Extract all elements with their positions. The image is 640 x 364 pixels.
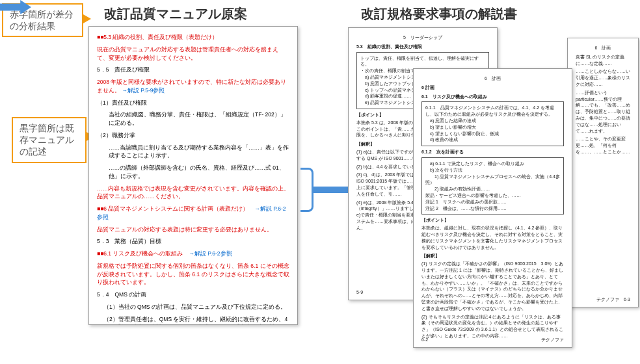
spec-box: a) 6.1.1 で決定したリスク、機会への取り組み b) 次を行う方法 1) … — [421, 157, 564, 214]
section-title: 6.1 リスク及び機会への取組み — [421, 94, 564, 100]
line: 真書 SL のリスクの定義に……な定義…… — [576, 54, 630, 67]
document-revised-manual-draft: ■■5.3 組織の役割、責任及び権限（表題だけ） 現在の品質マニュアルの対応する… — [88, 26, 298, 325]
line: 本箇条は、組織に対し、現在の状況を把握し（4.1、4.2 参照）、取り組むべきリ… — [421, 225, 564, 250]
document-commentary-page3: 6 計画 真書 SL のリスクの定義に……な定義…… ……ことしかならな……い引… — [567, 38, 639, 307]
title-right-commentary: 改訂規格要求事項の解説書 — [361, 5, 517, 23]
page-ref: →解説 P.6-2参照 — [189, 250, 232, 257]
line: 当社の組織図、職務分掌、責任・権限は、「組織規定（TF- 202）」に定める。 — [97, 110, 289, 127]
doc-footer: テクノファ — [541, 337, 564, 343]
doc-header: 6 計画 — [576, 45, 630, 51]
line: 5．5 責任及び権限 — [97, 66, 289, 74]
line: ■■6 品質マネジメントシステムに関する計画（表題だけ） — [97, 205, 248, 212]
spec-box: 6.1.1 品質マネジメントシステムの計画では、4.1、4.2 を考慮し、以下の… — [421, 101, 564, 146]
callout-label: 赤字箇所が差分の分析結果 — [10, 9, 73, 31]
callout-black-existing: 黒字箇所は既存マニュアルの記述 — [12, 117, 87, 163]
line: ……ことしかならな……い引用を適正……象様のリスクに対応…… — [576, 68, 630, 87]
interpret-label: 【解釈】 — [421, 253, 564, 259]
document-commentary-page2: 6 計画 6 計画 6.1 リスク及び機会への取組み 6.1.1 品質マネジメン… — [413, 68, 572, 348]
line: 現在の品質マニュアルの対応する表題は管理責任者への対応を踏まえて、変更が必要か検… — [97, 46, 289, 62]
callout-arrow-icon — [82, 14, 91, 24]
line: ……内容も新規格では表現を含む変更がされています。内容を確認の上、品質マニュアル… — [97, 185, 289, 202]
line: ……当該職員に割り当てる及び期待する業務内容を「……」表」を作成することにより示… — [97, 144, 289, 161]
section-title: 5.3 組織の役割、責任及び権限 — [356, 44, 489, 50]
line: （2）管理責任者は、QMS を実行・維持し、継続的に改善するため、4 月に「年間… — [97, 315, 289, 326]
line: ■■5.3 組織の役割、責任及び権限（表題だけ） — [97, 33, 289, 42]
line: （1）当社の QMS の計画は、品質マニュアル及び下位規定に定める。 — [97, 303, 289, 311]
line: （1）責任及び権限 — [97, 99, 289, 107]
line: 品質マニュアルの対応する表題は特に変更する必要はありません。 — [97, 226, 289, 234]
doc-footer: 6-2 — [421, 337, 428, 343]
line: ……評価という particular……務での理解……でも、「改善……めは、予防… — [576, 90, 630, 135]
line: (1) リスクの定義は「不確かさの影響」（ISO 9000:2015 3.09）… — [421, 261, 564, 311]
line: （2）職務分掌 — [97, 131, 289, 140]
doc-footer: 5-9 — [356, 289, 363, 296]
title-left-manual: 改訂品質マニュアル原案 — [104, 5, 247, 23]
callout-label: 黒字箇所は既存マニュアルの記述 — [20, 123, 74, 157]
line: ……ことや、その変更変更……処、「何を何を……、……とことか…… — [576, 136, 630, 155]
line: 新規格では予防処置に関する個別の箇条はなくなり、箇条 6.1 にその概念が反映さ… — [97, 262, 289, 287]
point-label: 【ポイント】 — [421, 217, 564, 224]
bracket-icon — [300, 168, 313, 212]
section-title: 6 計画 — [421, 84, 564, 91]
line: (2) そもそもリスクの定義は注記 4 にあるように「リスクは、ある事象（その周… — [421, 314, 564, 339]
line: 5．3 業務（品質）目標 — [97, 237, 289, 246]
line: ……の講師（外部講師を含む）の氏名、資格、経歴及び……式 01、他」に示す。 — [97, 164, 289, 181]
doc-footer: テクノファ 6-3 — [596, 296, 630, 303]
line: ■■6.1 リスク及び機会への取組み — [97, 250, 183, 257]
section-title: 6.1.2 次を計画する — [421, 149, 564, 155]
doc-header: 6 計画 — [421, 75, 564, 82]
doc-header: 5 リーダーシップ — [356, 34, 489, 41]
page-ref: →解説 P.5-9参照 — [122, 87, 165, 94]
line: 5．4 QMS の計画 — [97, 291, 289, 299]
